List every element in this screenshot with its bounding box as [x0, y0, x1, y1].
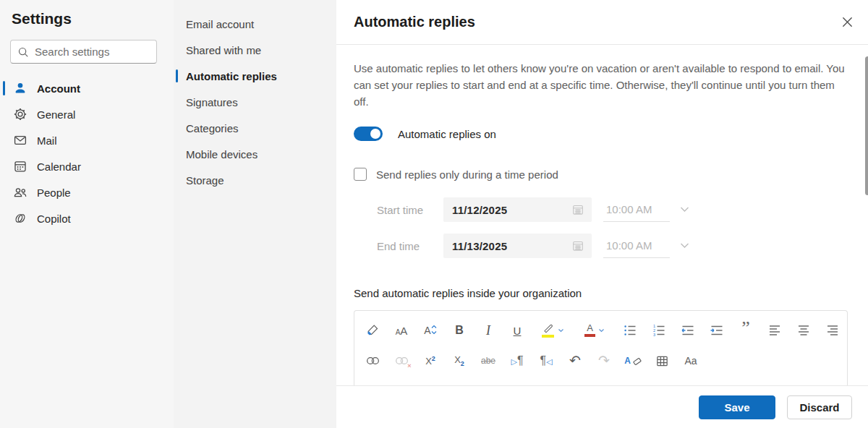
undo-button[interactable]: ↶ — [561, 348, 590, 373]
sidebar-item-label: General — [37, 108, 75, 121]
reply-editor[interactable]: AA A B I U A 123 ” — [354, 310, 848, 386]
start-time-row: Start time 11/12/2025 10:00 AM — [354, 197, 848, 222]
align-left-button[interactable] — [760, 318, 789, 343]
align-right-button[interactable] — [818, 318, 847, 343]
start-time-field[interactable]: 10:00 AM — [603, 197, 670, 222]
subnav-item-signatures[interactable]: Signatures — [174, 89, 336, 115]
chevron-down-icon[interactable] — [679, 205, 690, 214]
subnav-label: Signatures — [186, 96, 238, 108]
save-button[interactable]: Save — [699, 395, 775, 419]
italic-icon: I — [486, 323, 490, 338]
redo-button[interactable]: ↷ — [590, 348, 618, 373]
font-size-button[interactable]: A — [416, 318, 445, 343]
align-left-icon — [767, 323, 782, 338]
subscript-icon: X2 — [454, 354, 464, 367]
end-time-row: End time 11/13/2025 10:00 AM — [354, 234, 848, 258]
end-date-field[interactable]: 11/13/2025 — [443, 234, 592, 258]
increase-indent-button[interactable] — [702, 318, 731, 343]
start-date-field[interactable]: 11/12/2025 — [443, 197, 592, 222]
sidebar-item-copilot[interactable]: Copilot — [0, 205, 174, 231]
sidebar-item-general[interactable]: General — [0, 101, 174, 127]
close-button[interactable] — [837, 12, 857, 33]
bullet-list-button[interactable] — [616, 318, 644, 343]
underline-icon: U — [514, 325, 522, 337]
subnav-item-shared-with-me[interactable]: Shared with me — [174, 37, 336, 63]
page-title: Automatic replies — [354, 14, 475, 30]
end-time-label: End time — [377, 240, 443, 252]
right-to-left-button[interactable]: ¶◁ — [532, 348, 561, 373]
toggle-label: Automatic replies on — [398, 128, 496, 140]
gear-icon — [13, 107, 27, 121]
increase-indent-icon — [710, 323, 724, 338]
automatic-replies-panel: Automatic replies Use automatic replies … — [336, 0, 868, 428]
sidebar-item-mail[interactable]: Mail — [0, 127, 174, 153]
scrollbar-thumb[interactable] — [865, 56, 868, 195]
clear-formatting-button[interactable]: A — [618, 348, 647, 373]
quote-icon: ” — [741, 325, 750, 336]
insert-table-icon — [655, 354, 669, 368]
clear-formatting-icon: A — [624, 356, 642, 366]
bold-button[interactable]: B — [445, 318, 474, 343]
subnav-item-categories[interactable]: Categories — [174, 115, 336, 141]
subnav-item-storage[interactable]: Storage — [174, 167, 336, 193]
italic-button[interactable]: I — [474, 318, 503, 343]
font-button[interactable]: AA — [387, 318, 416, 343]
end-date-value: 11/13/2025 — [452, 240, 507, 252]
search-settings-box[interactable] — [10, 40, 157, 64]
underline-button[interactable]: U — [503, 318, 532, 343]
font-size-icon: A — [424, 325, 436, 336]
subnav-label: Shared with me — [186, 44, 261, 56]
calendar-icon — [13, 159, 27, 174]
sidebar-item-people[interactable]: People — [0, 179, 174, 205]
change-case-button[interactable]: Aa — [676, 348, 705, 373]
align-right-icon — [825, 323, 840, 338]
decrease-indent-button[interactable] — [673, 318, 702, 343]
highlight-button[interactable] — [532, 318, 574, 343]
font-color-button[interactable]: A — [574, 318, 616, 343]
sidebar-item-label: Mail — [37, 134, 57, 147]
search-input[interactable] — [35, 46, 179, 58]
sidebar-item-label: People — [37, 187, 71, 199]
sidebar-item-label: Calendar — [37, 160, 81, 173]
sidebar-item-label: Account — [37, 82, 80, 95]
font-icon: AA — [396, 325, 408, 337]
subnav-label: Storage — [186, 174, 224, 187]
settings-title: Settings — [12, 10, 174, 27]
subnav-item-mobile-devices[interactable]: Mobile devices — [174, 141, 336, 167]
chevron-down-icon[interactable] — [679, 241, 690, 250]
sidebar-item-calendar[interactable]: Calendar — [0, 153, 174, 179]
quote-button[interactable]: ” — [731, 318, 760, 343]
strikethrough-button[interactable]: abe — [474, 348, 503, 373]
panel-footer: Save Discard — [336, 385, 868, 428]
mail-icon — [13, 133, 27, 147]
decrease-indent-icon — [681, 323, 695, 338]
calendar-picker-icon — [571, 203, 584, 216]
change-case-icon: Aa — [684, 355, 697, 367]
superscript-button[interactable]: X2 — [416, 348, 445, 373]
subscript-button[interactable]: X2 — [445, 348, 474, 373]
start-date-value: 11/12/2025 — [452, 204, 507, 216]
subnav-item-automatic-replies[interactable]: Automatic replies — [174, 63, 336, 89]
format-painter-button[interactable] — [358, 318, 387, 343]
superscript-icon: X2 — [425, 355, 435, 367]
undo-icon: ↶ — [569, 354, 581, 367]
editor-toolbar-row-2: × X2 X2 abe ▷¶ ¶◁ ↶ ↷ A Aa — [354, 348, 847, 373]
right-to-left-icon: ¶◁ — [540, 354, 552, 367]
insert-link-icon — [365, 356, 380, 366]
insert-table-button[interactable] — [647, 348, 676, 373]
subnav-item-email-account[interactable]: Email account — [174, 11, 336, 37]
copilot-icon — [13, 211, 27, 226]
sidebar-item-account[interactable]: Account — [0, 75, 174, 101]
discard-button[interactable]: Discard — [787, 395, 852, 419]
selection-indicator — [3, 81, 5, 95]
insert-link-button[interactable] — [358, 348, 387, 373]
editor-toolbar-row-1: AA A B I U A 123 ” — [354, 318, 847, 343]
remove-link-button[interactable]: × — [387, 348, 416, 373]
time-period-checkbox[interactable] — [354, 168, 367, 181]
end-time-field[interactable]: 10:00 AM — [603, 234, 670, 258]
align-center-button[interactable] — [789, 318, 818, 343]
account-subnav: Email account Shared with me Automatic r… — [174, 0, 336, 428]
automatic-replies-toggle[interactable] — [354, 127, 383, 141]
left-to-right-button[interactable]: ▷¶ — [503, 348, 532, 373]
numbered-list-button[interactable]: 123 — [644, 318, 673, 343]
